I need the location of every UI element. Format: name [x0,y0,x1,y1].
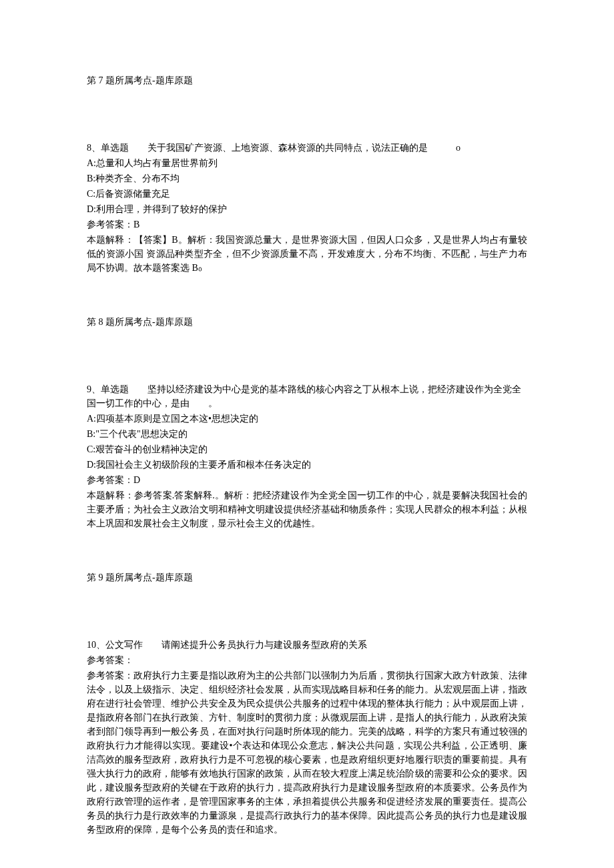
q8-header: 8、单选题 关于我国矿产资源、上地资源、森林资源的共同特点，说法正确的是 o [87,141,527,155]
question-8: 8、单选题 关于我国矿产资源、上地资源、森林资源的共同特点，说法正确的是 o A… [87,141,527,275]
q9-explanation: 本题解释：参考答案.答案解释.。解析：把经济建设作为全党全国一切工作的中心，就是… [87,488,527,530]
q9-option-d: D:我国社会主义初级阶段的主要矛盾和根本任务决定的 [87,458,527,472]
q8-option-b: B:种类齐全、分布不均 [87,171,527,185]
q8-topic: 第 8 题所属考点-题库原题 [87,315,527,329]
spacer [87,342,527,382]
q9-option-c: C:艰苦奋斗的创业精神决定的 [87,442,527,456]
q8-answer: 参考答案：B [87,218,527,232]
q10-answer-label: 参考答案： [87,653,527,667]
q7-topic: 第 7 题所属考点-题库原题 [87,73,527,87]
q8-explanation: 本题解释：【答案】B。解析：我国资源总量大，是世界资源大国，但因人口众多，又是世… [87,233,527,275]
question-10: 10、公文写作 请阐述提升公务员执行力与建设服务型政府的关系 参考答案： 参考答… [87,638,527,837]
q10-explanation: 参考答案：政府执行力主要是指以政府为主的公共部门以强制力为后盾，贯彻执行国家大政… [87,669,527,837]
spacer [87,850,527,868]
q8-option-a: A:总量和人均占有量居世界前列 [87,156,527,170]
spacer [87,288,527,315]
q8-option-d: D:利用合理，并得到了较好的保护 [87,202,527,216]
q9-option-a: A:四项基本原则是立国之本这•思想决定的 [87,412,527,426]
q10-header: 10、公文写作 请阐述提升公务员执行力与建设服务型政府的关系 [87,638,527,652]
q9-answer: 参考答案：D [87,473,527,487]
q9-option-b: B:"三个代表"思想决定的 [87,427,527,441]
q9-header: 9、单选题 坚持以经济建设为中心是党的基本路线的核心内容之丁从根本上说，把经济建… [87,382,527,410]
q8-option-c: C:后备资源储量充足 [87,187,527,201]
spacer [87,101,527,141]
spacer [87,544,527,570]
question-9: 9、单选题 坚持以经济建设为中心是党的基本路线的核心内容之丁从根本上说，把经济建… [87,382,527,530]
spacer [87,598,527,638]
q9-topic: 第 9 题所属考点-题库原题 [87,570,527,584]
